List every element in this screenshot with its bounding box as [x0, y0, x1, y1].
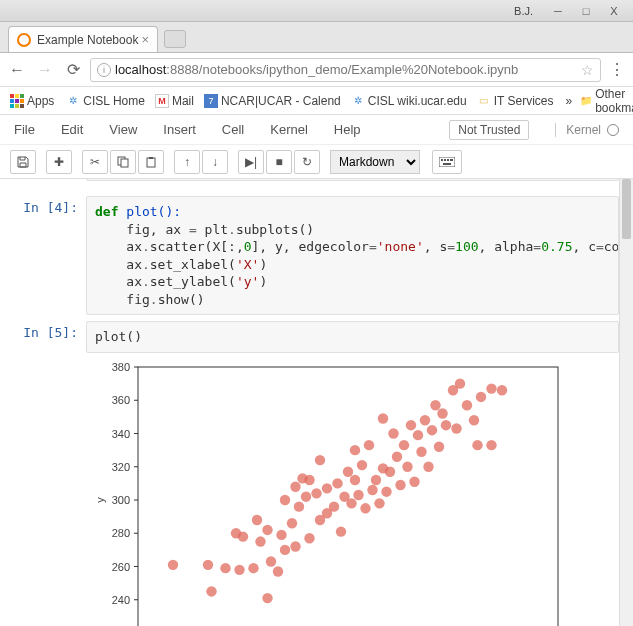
svg-point-88: [371, 475, 381, 485]
svg-point-104: [423, 461, 433, 471]
window-maximize-button[interactable]: □: [573, 3, 599, 19]
svg-point-55: [262, 525, 272, 535]
other-bookmarks-button[interactable]: 📁 Other bookmarks: [580, 87, 633, 115]
bookmark-item[interactable]: 7NCAR|UCAR - Calend: [200, 92, 345, 110]
svg-rect-9: [443, 163, 451, 165]
interrupt-button[interactable]: ■: [266, 150, 292, 174]
svg-point-54: [255, 536, 265, 546]
svg-text:240: 240: [112, 594, 130, 606]
svg-point-85: [360, 503, 370, 513]
paste-button[interactable]: [138, 150, 164, 174]
menu-help[interactable]: Help: [334, 122, 361, 137]
menu-kernel[interactable]: Kernel: [270, 122, 308, 137]
svg-point-93: [385, 466, 395, 476]
forward-button[interactable]: →: [34, 59, 56, 81]
code-cell[interactable]: In [ ]:: [8, 179, 619, 190]
svg-point-64: [290, 481, 300, 491]
svg-text:300: 300: [112, 494, 130, 506]
code-cell[interactable]: In [4]: def plot(): fig, ax = plt.subplo…: [8, 196, 619, 315]
site-info-icon[interactable]: i: [97, 63, 111, 77]
menu-cell[interactable]: Cell: [222, 122, 244, 137]
svg-point-97: [399, 440, 409, 450]
code-input[interactable]: plot(): [86, 321, 619, 353]
code-input[interactable]: def plot(): fig, ax = plt.subplots() ax.…: [86, 196, 619, 315]
svg-point-80: [346, 498, 356, 508]
bookmarks-bar: Apps ✲CISL HomeMMail7NCAR|UCAR - Calend✲…: [0, 87, 633, 115]
svg-point-89: [374, 498, 384, 508]
bookmark-item[interactable]: ▭IT Services: [473, 92, 558, 110]
add-cell-button[interactable]: ✚: [46, 150, 72, 174]
svg-point-58: [273, 566, 283, 576]
reload-button[interactable]: ⟳: [62, 59, 84, 81]
cell-output: 2345678220240260280300320340360380Xy: [86, 353, 619, 626]
svg-point-98: [402, 461, 412, 471]
svg-rect-7: [447, 159, 449, 161]
svg-point-57: [262, 593, 272, 603]
gear-icon: ✲: [66, 94, 80, 108]
move-up-button[interactable]: ↑: [174, 150, 200, 174]
svg-point-111: [451, 423, 461, 433]
svg-point-56: [266, 556, 276, 566]
svg-point-46: [206, 586, 216, 596]
bookmark-star-icon[interactable]: ☆: [581, 62, 594, 78]
browser-toolbar: ← → ⟳ i localhost:8888/notebooks/ipython…: [0, 53, 633, 87]
run-button[interactable]: ▶|: [238, 150, 264, 174]
bookmarks-overflow[interactable]: »: [562, 92, 577, 110]
window-close-button[interactable]: X: [601, 3, 627, 19]
svg-point-102: [416, 446, 426, 456]
new-tab-button[interactable]: [164, 30, 186, 48]
browser-tab[interactable]: Example Notebook ×: [8, 26, 158, 52]
svg-point-59: [276, 530, 286, 540]
apps-button[interactable]: Apps: [6, 92, 58, 110]
menu-file[interactable]: File: [14, 122, 35, 137]
folder-icon: ▭: [477, 94, 491, 108]
cell-type-select[interactable]: Markdown: [330, 150, 420, 174]
bookmark-item[interactable]: ✲CISL Home: [62, 92, 149, 110]
move-down-button[interactable]: ↓: [202, 150, 228, 174]
tab-close-button[interactable]: ×: [141, 32, 149, 47]
menu-view[interactable]: View: [109, 122, 137, 137]
back-button[interactable]: ←: [6, 59, 28, 81]
trust-button[interactable]: Not Trusted: [449, 120, 529, 140]
svg-point-50: [238, 531, 248, 541]
svg-point-62: [287, 518, 297, 528]
mail-icon: M: [155, 94, 169, 108]
user-label: B.J.: [514, 5, 533, 17]
svg-point-107: [434, 441, 444, 451]
svg-point-84: [357, 460, 367, 470]
svg-point-73: [322, 483, 332, 493]
svg-rect-1: [121, 159, 128, 167]
code-cell[interactable]: In [5]: plot() 2345678220240260280300320…: [8, 321, 619, 626]
scrollbar-thumb[interactable]: [622, 179, 631, 239]
browser-menu-button[interactable]: ⋮: [607, 66, 627, 74]
restart-button[interactable]: ↻: [294, 150, 320, 174]
svg-point-72: [315, 455, 325, 465]
bookmark-label: Mail: [172, 94, 194, 108]
save-button[interactable]: [10, 150, 36, 174]
apps-grid-icon: [10, 94, 24, 108]
svg-point-94: [388, 428, 398, 438]
svg-point-101: [413, 430, 423, 440]
svg-point-83: [353, 490, 363, 500]
svg-rect-5: [441, 159, 443, 161]
svg-rect-6: [444, 159, 446, 161]
svg-point-109: [441, 420, 451, 430]
copy-button[interactable]: [110, 150, 136, 174]
notebook-toolbar: ✚ ✂ ↑ ↓ ▶| ■ ↻ Markdown: [0, 145, 633, 179]
menu-insert[interactable]: Insert: [163, 122, 196, 137]
cell-prompt: In [5]:: [8, 321, 86, 626]
svg-point-63: [290, 541, 300, 551]
cut-button[interactable]: ✂: [82, 150, 108, 174]
svg-point-70: [311, 488, 321, 498]
address-bar[interactable]: i localhost:8888/notebooks/ipython_demo/…: [90, 58, 601, 82]
command-palette-button[interactable]: [432, 150, 462, 174]
svg-rect-4: [439, 157, 455, 167]
menu-edit[interactable]: Edit: [61, 122, 83, 137]
svg-point-65: [294, 501, 304, 511]
kernel-indicator: Kernel: [555, 123, 619, 137]
scatter-plot: 2345678220240260280300320340360380Xy: [90, 359, 570, 626]
window-minimize-button[interactable]: ─: [545, 3, 571, 19]
svg-point-60: [280, 545, 290, 555]
bookmark-item[interactable]: ✲CISL wiki.ucar.edu: [347, 92, 471, 110]
bookmark-item[interactable]: MMail: [151, 92, 198, 110]
